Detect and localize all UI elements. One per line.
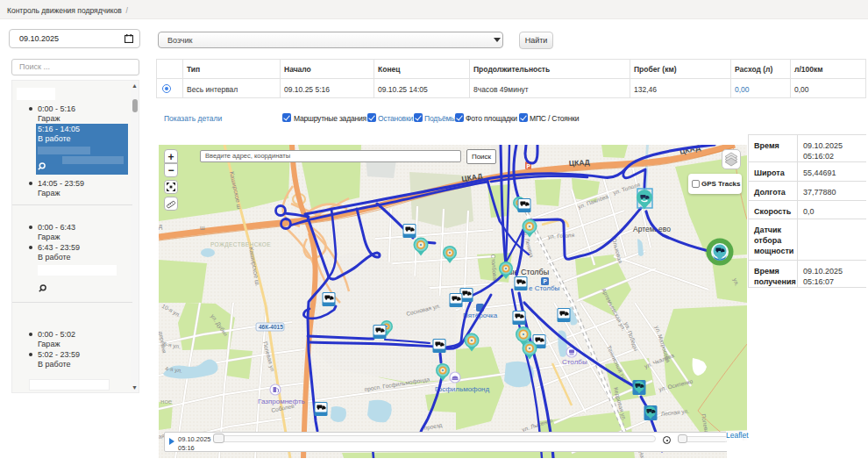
svg-text:ш: ш: [200, 225, 205, 231]
svg-text:Госфильмофонд: Госфильмофонд: [435, 385, 490, 393]
svg-text:Р: Р: [544, 278, 548, 284]
svg-text:РОЖДЕСТВЕНСКОЕ: РОЖДЕСТВЕНСКОЕ: [210, 241, 271, 248]
svg-text:е Столбы: е Столбы: [529, 284, 560, 292]
svg-text:ые Столбы: ые Столбы: [509, 268, 549, 276]
svg-text:46К-4015: 46К-4015: [259, 324, 283, 330]
svg-text:Столбы: Столбы: [562, 358, 587, 366]
svg-text:д: д: [159, 223, 162, 230]
svg-text:ное: ное: [160, 398, 173, 405]
svg-text:ЦКАД: ЦКАД: [569, 158, 590, 168]
